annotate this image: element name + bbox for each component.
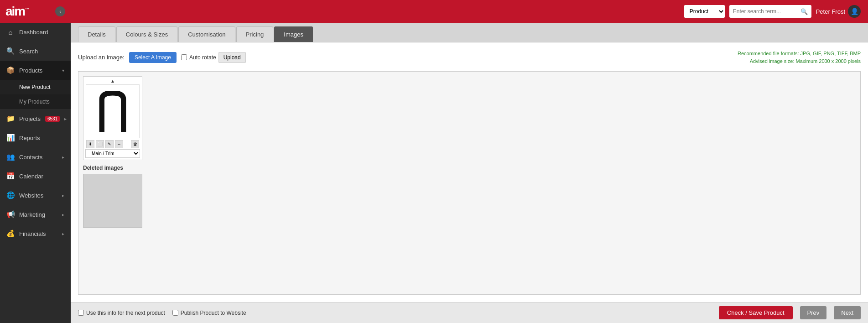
prev-button[interactable]: Prev [800, 306, 827, 319]
use-info-checkbox[interactable] [78, 310, 84, 316]
products-submenu: New Product My Products [0, 80, 71, 109]
download-icon[interactable]: ⬇ [86, 140, 94, 148]
tab-pricing[interactable]: Pricing [236, 26, 274, 42]
file-format-hint-line1: Recommended file formats: JPG, GIF, PNG,… [738, 50, 861, 57]
user-name: Peter Frost [816, 8, 845, 15]
bottom-bar: Use this info for the next product Publi… [71, 302, 868, 323]
avatar: 👤 [848, 5, 861, 18]
sidebar-item-label: Reports [19, 135, 64, 141]
chevron-right-icon: ▸ [64, 116, 67, 121]
search-icon: 🔍 [6, 47, 15, 55]
auto-rotate-label: Auto rotate [189, 54, 216, 61]
deleted-image-card [83, 174, 142, 228]
edit-icon[interactable]: ✎ [105, 140, 114, 148]
search-box: 🔍 [729, 5, 811, 18]
sidebar-item-label: Websites [19, 192, 57, 199]
sidebar-item-projects[interactable]: 📁 Projects 6531 ▸ [0, 109, 71, 128]
rotate-icon[interactable]: ↔ [115, 140, 123, 148]
chevron-right-icon: ▸ [62, 212, 64, 217]
image-scroll-area[interactable]: ▲ ⬇ ⬜ ✎ ↔ 🗑 - Main / Trim - Front [78, 71, 861, 295]
chevron-down-icon: ▾ [62, 68, 64, 73]
image-card: ▲ ⬇ ⬜ ✎ ↔ 🗑 - Main / Trim - Front [83, 76, 142, 160]
home-icon: ⌂ [6, 28, 15, 36]
publish-checkbox-group: Publish Product to Website [172, 310, 246, 316]
chevron-right-icon: ▸ [62, 193, 64, 198]
use-info-label: Use this info for the next product [86, 310, 165, 316]
app-logo: aim™ [5, 4, 29, 19]
user-info[interactable]: Peter Frost 👤 [816, 5, 861, 18]
tabs-bar: Details Colours & Sizes Customisation Pr… [71, 23, 868, 42]
chevron-right-icon: ▸ [62, 155, 64, 160]
select-image-button[interactable]: Select A Image [129, 52, 177, 63]
arrow-up-icon: ▲ [110, 78, 115, 83]
reports-icon: 📊 [6, 134, 15, 142]
tab-customisation[interactable]: Customisation [178, 26, 235, 42]
chevron-right-icon: ▸ [62, 231, 64, 236]
topbar: Product Order Customer 🔍 Peter Frost 👤 [71, 0, 868, 23]
check-save-button[interactable]: Check / Save Product [719, 306, 793, 319]
sidebar-item-label: Products [19, 67, 57, 74]
sidebar-item-products[interactable]: 📦 Products ▾ [0, 61, 71, 80]
image-toolbar: ⬇ ⬜ ✎ ↔ 🗑 [85, 138, 140, 149]
file-format-hint: Recommended file formats: JPG, GIF, PNG,… [738, 50, 861, 65]
marketing-icon: 📢 [6, 210, 15, 219]
contacts-icon: 👥 [6, 153, 15, 161]
delete-icon[interactable]: 🗑 [131, 140, 139, 148]
sidebar-header: aim™ ‹ [0, 0, 71, 23]
sidebar-item-label: Projects [19, 115, 41, 122]
sidebar-item-label: Calendar [19, 173, 64, 180]
search-icon: 🔍 [800, 8, 808, 15]
sidebar-item-label: Marketing [19, 211, 57, 218]
use-info-checkbox-group: Use this info for the next product [78, 310, 165, 316]
sidebar-item-label: Financials [19, 230, 57, 237]
sidebar-item-search[interactable]: 🔍 Search [0, 42, 71, 61]
image-preview [86, 84, 140, 138]
upload-label: Upload an image: [78, 54, 125, 61]
sidebar-item-label: Search [19, 48, 64, 55]
sidebar-collapse-button[interactable]: ‹ [55, 6, 65, 16]
search-type-select[interactable]: Product Order Customer [684, 5, 725, 18]
upload-row: Upload an image: Select A Image Auto rot… [78, 50, 861, 65]
tab-details[interactable]: Details [78, 26, 115, 42]
submenu-item-my-products[interactable]: My Products [0, 94, 71, 109]
products-icon: 📦 [6, 66, 15, 74]
auto-rotate-group: Auto rotate Upload [181, 52, 246, 63]
auto-rotate-checkbox[interactable] [181, 54, 187, 60]
projects-badge: 6531 [45, 116, 60, 122]
next-button[interactable]: Next [834, 306, 861, 319]
websites-icon: 🌐 [6, 191, 15, 199]
images-content-area: Upload an image: Select A Image Auto rot… [71, 42, 868, 302]
search-type-dropdown[interactable]: Product Order Customer [684, 5, 725, 18]
deleted-images-section: Deleted images [83, 165, 856, 228]
image-category-select[interactable]: - Main / Trim - Front Back Side [85, 149, 140, 158]
sidebar-item-calendar[interactable]: 📅 Calendar [0, 167, 71, 186]
tab-images[interactable]: Images [274, 26, 313, 42]
crop-icon[interactable]: ⬜ [96, 140, 104, 148]
search-input[interactable] [733, 8, 800, 15]
sidebar-item-websites[interactable]: 🌐 Websites ▸ [0, 186, 71, 205]
main-content: Details Colours & Sizes Customisation Pr… [71, 23, 868, 323]
product-image [94, 91, 131, 132]
financials-icon: 💰 [6, 229, 15, 238]
file-format-hint-line2: Advised image size: Maximum 2000 x 2000 … [738, 57, 861, 65]
sidebar-item-label: Dashboard [19, 29, 64, 36]
sidebar-item-reports[interactable]: 📊 Reports [0, 128, 71, 147]
deleted-images-label: Deleted images [83, 165, 856, 171]
sidebar-item-financials[interactable]: 💰 Financials ▸ [0, 224, 71, 243]
sidebar-item-dashboard[interactable]: ⌂ Dashboard [0, 23, 71, 42]
sidebar: aim™ ‹ ⌂ Dashboard 🔍 Search 📦 Products ▾… [0, 0, 71, 323]
sidebar-item-contacts[interactable]: 👥 Contacts ▸ [0, 147, 71, 167]
sidebar-item-marketing[interactable]: 📢 Marketing ▸ [0, 205, 71, 224]
tab-colours-sizes[interactable]: Colours & Sizes [116, 26, 177, 42]
projects-icon: 📁 [6, 115, 15, 123]
upload-button[interactable]: Upload [218, 52, 246, 63]
publish-label: Publish Product to Website [181, 310, 246, 316]
calendar-icon: 📅 [6, 172, 15, 180]
submenu-item-new-product[interactable]: New Product [0, 80, 71, 94]
sidebar-item-label: Contacts [19, 154, 57, 161]
publish-checkbox[interactable] [172, 310, 178, 316]
